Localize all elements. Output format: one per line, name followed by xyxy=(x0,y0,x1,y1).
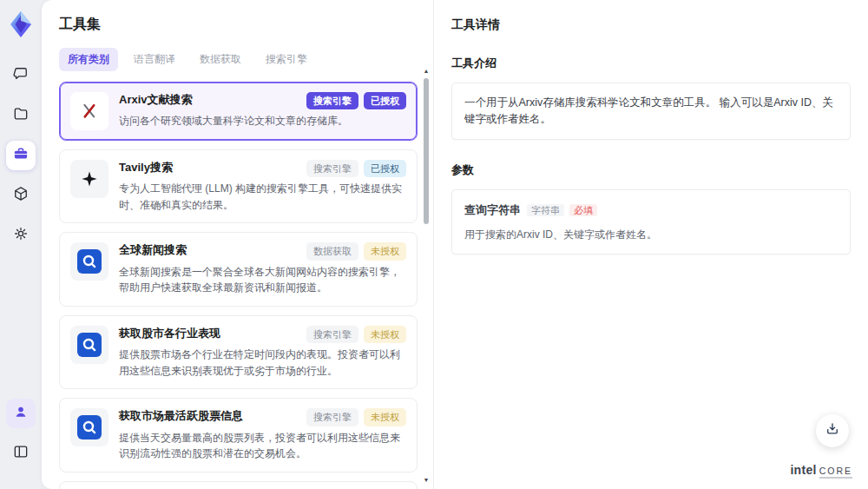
main-content: 工具集 所有类别语言翻译数据获取搜索引擎 Arxiv文献搜索 搜索引擎 已授权 … xyxy=(42,0,868,489)
gear-icon xyxy=(12,225,30,246)
tool-title: Tavily搜索 xyxy=(119,160,173,176)
auth-badge: 未授权 xyxy=(364,408,406,426)
intro-card: 一个用于从Arxiv存储库搜索科学论文和文章的工具。 输入可以是Arxiv ID… xyxy=(451,83,851,140)
category-badge: 搜索引擎 xyxy=(306,408,358,426)
auth-badge: 未授权 xyxy=(364,242,406,260)
app-logo-icon xyxy=(7,9,35,40)
sidebar-item-chat[interactable] xyxy=(6,61,36,90)
tool-description: 访问各个研究领域大量科学论文和文章的存储库。 xyxy=(119,113,406,129)
category-tab-0[interactable]: 所有类别 xyxy=(59,48,118,71)
intro-heading: 工具介绍 xyxy=(451,56,851,71)
category-badge: 搜索引擎 xyxy=(306,92,358,109)
page-title: 工具集 xyxy=(59,16,433,34)
tool-card-2[interactable]: 全球新闻搜索 数据获取 未授权 全球新闻搜索是一个聚合全球各大新闻网站内容的搜索… xyxy=(59,232,418,306)
auth-badge: 已授权 xyxy=(364,92,406,109)
brand-intel-text: intel xyxy=(790,463,816,477)
param-description: 用于搜索的Arxiv ID、关键字或作者姓名。 xyxy=(464,227,838,242)
intel-core-logo: intel core xyxy=(790,463,852,479)
scrollbar[interactable]: ▲ ▼ xyxy=(422,68,431,484)
tool-title: 全球新闻搜索 xyxy=(119,242,187,259)
detail-title: 工具详情 xyxy=(451,17,851,33)
account-icon xyxy=(12,403,30,424)
params-heading: 参数 xyxy=(451,162,851,178)
category-tabs: 所有类别语言翻译数据获取搜索引擎 xyxy=(59,48,433,71)
param-type-badge: 字符串 xyxy=(527,204,564,216)
scrollbar-thumb[interactable] xyxy=(424,78,429,224)
tool-title: Arxiv文献搜索 xyxy=(119,92,193,109)
category-tab-2[interactable]: 数据获取 xyxy=(191,48,250,71)
tool-card-5[interactable]: 万维地区新闻查询 搜索引擎 未授权 查询具体行政区划内的新闻，快速了解各地新闻动 xyxy=(59,481,418,489)
auth-badge: 已授权 xyxy=(364,160,406,177)
tavily-logo-icon xyxy=(70,160,108,198)
sidebar-item-tools[interactable] xyxy=(6,141,36,170)
category-badge: 搜索引擎 xyxy=(306,326,358,343)
category-badge: 数据获取 xyxy=(306,242,358,260)
category-tab-1[interactable]: 语言翻译 xyxy=(125,48,184,71)
finance-search-logo-icon xyxy=(70,326,108,364)
sidebar-item-settings[interactable] xyxy=(6,221,36,250)
sidebar-item-collapse[interactable] xyxy=(6,439,36,468)
folder-icon xyxy=(12,105,30,126)
tool-list-panel: 工具集 所有类别语言翻译数据获取搜索引擎 Arxiv文献搜索 搜索引擎 已授权 … xyxy=(42,0,434,489)
param-header: 查询字符串字符串必填 xyxy=(464,202,838,219)
sidebar-item-files[interactable] xyxy=(6,101,36,130)
news-search-logo-icon xyxy=(70,242,108,281)
tool-description: 提供股票市场各个行业在特定时间段内的表现。投资者可以利用这些信息来识别表现优于或… xyxy=(119,347,406,379)
scroll-up-icon[interactable]: ▲ xyxy=(422,68,431,75)
sidebar-item-packages[interactable] xyxy=(6,181,36,210)
param-name: 查询字符串 xyxy=(464,203,521,216)
category-tab-3[interactable]: 搜索引擎 xyxy=(257,48,316,71)
finance-search-logo-icon xyxy=(70,408,108,446)
tool-description: 全球新闻搜索是一个聚合全球各大新闻网站内容的搜索引擎，帮助用户快速获取全球最新资… xyxy=(119,264,406,296)
download-button[interactable] xyxy=(816,414,849,447)
tool-card-1[interactable]: Tavily搜索 搜索引擎 已授权 专为人工智能代理 (LLM) 构建的搜索引擎… xyxy=(59,149,418,223)
intro-text: 一个用于从Arxiv存储库搜索科学论文和文章的工具。 输入可以是Arxiv ID… xyxy=(464,96,833,125)
param-required-badge: 必填 xyxy=(569,204,597,216)
tool-detail-panel: 工具详情 工具介绍 一个用于从Arxiv存储库搜索科学论文和文章的工具。 输入可… xyxy=(434,0,868,489)
tool-card-4[interactable]: 获取市场最活跃股票信息 搜索引擎 未授权 提供当天交易量最高的股票列表，投资者可… xyxy=(59,398,418,472)
auth-badge: 未授权 xyxy=(364,326,406,343)
scroll-down-icon[interactable]: ▼ xyxy=(422,477,431,484)
tool-description: 专为人工智能代理 (LLM) 构建的搜索引擎工具，可快速提供实时、准确和真实的结… xyxy=(119,181,406,213)
param-card: 查询字符串字符串必填 用于搜索的Arxiv ID、关键字或作者姓名。 xyxy=(451,189,851,255)
tool-title: 获取股市各行业表现 xyxy=(119,326,220,342)
arxiv-logo-icon xyxy=(70,92,108,130)
category-badge: 搜索引擎 xyxy=(306,160,358,177)
tool-card-0[interactable]: Arxiv文献搜索 搜索引擎 已授权 访问各个研究领域大量科学论文和文章的存储库… xyxy=(59,82,418,141)
tool-title: 获取市场最活跃股票信息 xyxy=(119,408,243,425)
package-icon xyxy=(12,185,30,206)
collapse-panel-icon xyxy=(12,443,30,464)
download-icon xyxy=(825,421,840,440)
sidebar-item-account[interactable] xyxy=(6,399,36,428)
tool-card-3[interactable]: 获取股市各行业表现 搜索引擎 未授权 提供股票市场各个行业在特定时间段内的表现。… xyxy=(59,315,418,389)
chat-icon xyxy=(12,65,30,86)
tool-list: Arxiv文献搜索 搜索引擎 已授权 访问各个研究领域大量科学论文和文章的存储库… xyxy=(59,82,433,489)
app-rail xyxy=(0,0,42,489)
toolbox-icon xyxy=(12,145,30,166)
tool-description: 提供当天交易量最高的股票列表，投资者可以利用这些信息来识别流动性强的股票和潜在的… xyxy=(119,430,406,462)
brand-core-text: core xyxy=(819,466,852,479)
